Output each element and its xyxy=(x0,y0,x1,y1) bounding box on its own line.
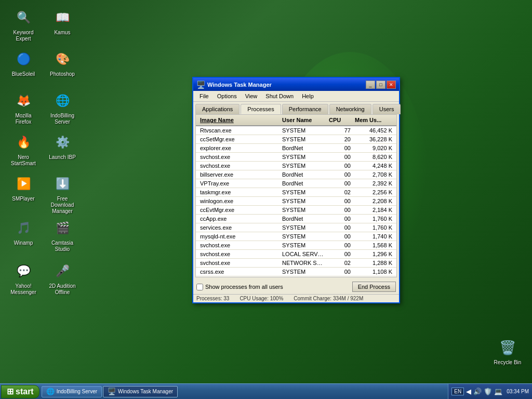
icon-image-bluesoleil: 🔵 xyxy=(13,49,34,70)
desktop-icon-camtasia[interactable]: 🎬 Camtasia Studio xyxy=(44,216,81,255)
desktop-icon-bluesoleil[interactable]: 🔵 BlueSoleil xyxy=(5,47,42,79)
desktop-icon-free-download[interactable]: ⬇️ Free Download Manager xyxy=(44,171,81,217)
language-indicator: EN xyxy=(451,388,464,395)
table-row[interactable]: ccEvtMgr.exe SYSTEM 00 2,184 K xyxy=(196,206,396,215)
cell-mem-5: 2,708 K xyxy=(353,171,394,178)
menu-view[interactable]: View xyxy=(241,92,262,100)
tab-users[interactable]: Users xyxy=(373,104,401,114)
icon-image-free-download: ⬇️ xyxy=(52,174,73,194)
menu-shutdown[interactable]: Shut Down xyxy=(261,92,298,100)
table-header: Image Name User Name CPU Mem Us... xyxy=(196,115,396,126)
cell-cpu-2: 00 xyxy=(327,144,353,152)
cell-mem-7: 2,256 K xyxy=(353,189,394,196)
desktop-icon-indobilling[interactable]: 🌐 IndoBilling Server xyxy=(44,88,81,127)
desktop-icon-keyword-expert[interactable]: 🔍 Keyword Expert xyxy=(5,5,42,44)
table-row[interactable]: svchost.exe SYSTEM 00 8,620 K xyxy=(196,153,396,162)
cell-mem-3: 8,620 K xyxy=(353,153,394,161)
table-row[interactable]: svchost.exe SYSTEM 00 1,568 K xyxy=(196,241,396,250)
cell-name-1: ccSetMgr.exe xyxy=(198,136,280,143)
show-all-checkbox[interactable] xyxy=(196,284,203,290)
table-row[interactable]: taskmgr.exe SYSTEM 02 2,256 K xyxy=(196,188,396,197)
cell-name-10: ccApp.exe xyxy=(198,215,280,222)
cell-user-12: SYSTEM xyxy=(280,233,327,240)
table-row[interactable]: ccApp.exe BordNet 00 1,760 K xyxy=(196,215,396,223)
taskbar-item-0[interactable]: 🌐 IndoBilling Server xyxy=(42,386,102,397)
table-row[interactable]: winlogon.exe SYSTEM 00 2,208 K xyxy=(196,197,396,206)
desktop-icon-kamus[interactable]: 📖 Kamus xyxy=(44,5,81,38)
start-button[interactable]: ⊞ start xyxy=(1,385,39,398)
table-row[interactable]: lsass.exe SYSTEM 00 1,036 K xyxy=(196,276,396,277)
table-row[interactable]: svchost.exe LOCAL SERVICE 00 1,296 K xyxy=(196,250,396,259)
close-button[interactable]: ✕ xyxy=(387,81,396,89)
desktop-icon-launch-ibp[interactable]: ⚙️ Launch IBP xyxy=(44,130,81,163)
tab-applications[interactable]: Applications xyxy=(195,104,240,114)
desktop-icon-mozilla-firefox[interactable]: 🦊 Mozilla Firefox xyxy=(5,88,42,127)
taskbar: ⊞ start 🌐 IndoBilling Server🖥️ Windows T… xyxy=(0,383,532,399)
cell-cpu-8: 00 xyxy=(327,197,353,205)
col-cpu[interactable]: CPU xyxy=(327,116,353,124)
tray-security-icon: 🛡️ xyxy=(484,388,492,395)
taskbar-item-icon-0: 🌐 xyxy=(46,388,55,395)
desktop-icon-winamp[interactable]: 🎵 Winamp xyxy=(5,216,42,248)
process-table-scroll[interactable]: Rtvscan.exe SYSTEM 77 46,452 K ccSetMgr.… xyxy=(196,126,396,277)
cell-user-7: SYSTEM xyxy=(280,189,327,196)
table-row[interactable]: services.exe SYSTEM 00 1,760 K xyxy=(196,223,396,232)
cell-name-0: Rtvscan.exe xyxy=(198,127,280,134)
cell-name-16: csrss.exe xyxy=(198,268,280,275)
icon-label-photoshop: Photoshop xyxy=(50,71,75,77)
recycle-bin-icon[interactable]: 🗑️ Recycle Bin xyxy=(489,335,526,368)
desktop-icon-yahoo-messenger[interactable]: 💬 Yahoo! Messenger xyxy=(5,259,42,298)
desktop-icon-photoshop[interactable]: 🎨 Photoshop xyxy=(44,47,81,79)
cell-mem-1: 36,228 K xyxy=(353,136,394,143)
cell-user-4: SYSTEM xyxy=(280,162,327,169)
cell-user-16: SYSTEM xyxy=(280,268,327,275)
start-label: start xyxy=(16,387,34,396)
cell-mem-2: 9,020 K xyxy=(353,144,394,152)
col-mem-usage[interactable]: Mem Us... xyxy=(353,116,394,124)
col-user-name[interactable]: User Name xyxy=(280,116,327,124)
icon-label-indobilling: IndoBilling Server xyxy=(46,113,78,125)
status-bar: Processes: 33 CPU Usage: 100% Commit Cha… xyxy=(193,294,399,302)
table-row[interactable]: explorer.exe BordNet 00 9,020 K xyxy=(196,144,396,153)
table-row[interactable]: billserver.exe BordNet 00 2,708 K xyxy=(196,170,396,179)
table-row[interactable]: svchost.exe SYSTEM 00 4,248 K xyxy=(196,162,396,170)
cell-name-7: taskmgr.exe xyxy=(198,189,280,196)
cell-user-9: SYSTEM xyxy=(280,206,327,214)
desktop-icon-nero[interactable]: 🔥 Nero StartSmart xyxy=(5,130,42,169)
minimize-button[interactable]: _ xyxy=(366,81,375,89)
col-image-name[interactable]: Image Name xyxy=(198,116,280,124)
cell-mem-14: 1,296 K xyxy=(353,250,394,258)
maximize-button[interactable]: □ xyxy=(376,81,385,89)
cell-cpu-10: 00 xyxy=(327,215,353,222)
cell-name-2: explorer.exe xyxy=(198,144,280,152)
taskbar-item-1[interactable]: 🖥️ Windows Task Manager xyxy=(103,386,178,397)
cell-user-2: BordNet xyxy=(280,144,327,152)
tab-networking[interactable]: Networking xyxy=(329,104,371,114)
window-buttons: _ □ ✕ xyxy=(366,81,396,89)
taskbar-item-label-0: IndoBilling Server xyxy=(57,389,97,394)
cell-mem-12: 1,740 K xyxy=(353,233,394,240)
table-row[interactable]: csrss.exe SYSTEM 00 1,108 K xyxy=(196,268,396,276)
process-footer: Show processes from all users End Proces… xyxy=(193,280,399,294)
cell-cpu-11: 00 xyxy=(327,224,353,231)
icon-image-indobilling: 🌐 xyxy=(52,90,73,111)
tab-processes[interactable]: Processes xyxy=(241,104,281,114)
desktop-icon-smplayer[interactable]: ▶️ SMPlayer xyxy=(5,171,42,204)
status-commit: Commit Charge: 334M / 922M xyxy=(294,296,363,301)
menu-file[interactable]: File xyxy=(195,92,213,100)
table-row[interactable]: svchost.exe NETWORK SE... 02 1,288 K xyxy=(196,259,396,268)
table-row[interactable]: mysqld-nt.exe SYSTEM 00 1,740 K xyxy=(196,232,396,241)
cell-cpu-9: 00 xyxy=(327,206,353,214)
table-row[interactable]: Rtvscan.exe SYSTEM 77 46,452 K xyxy=(196,126,396,135)
end-process-button[interactable]: End Process xyxy=(352,282,396,292)
status-processes: Processes: 33 xyxy=(196,296,229,301)
table-row[interactable]: VPTray.exe BordNet 00 2,392 K xyxy=(196,179,396,188)
menu-help[interactable]: Help xyxy=(298,92,318,100)
table-row[interactable]: ccSetMgr.exe SYSTEM 20 36,228 K xyxy=(196,135,396,144)
task-manager-window: 🖥️ Windows Task Manager _ □ ✕ File Optio… xyxy=(192,77,400,303)
tab-performance[interactable]: Performance xyxy=(282,104,328,114)
icon-image-smplayer: ▶️ xyxy=(13,174,34,194)
desktop-icon-2d-audition[interactable]: 🎤 2D Audition Offline xyxy=(44,259,81,298)
cell-mem-9: 2,184 K xyxy=(353,206,394,214)
menu-options[interactable]: Options xyxy=(213,92,241,100)
